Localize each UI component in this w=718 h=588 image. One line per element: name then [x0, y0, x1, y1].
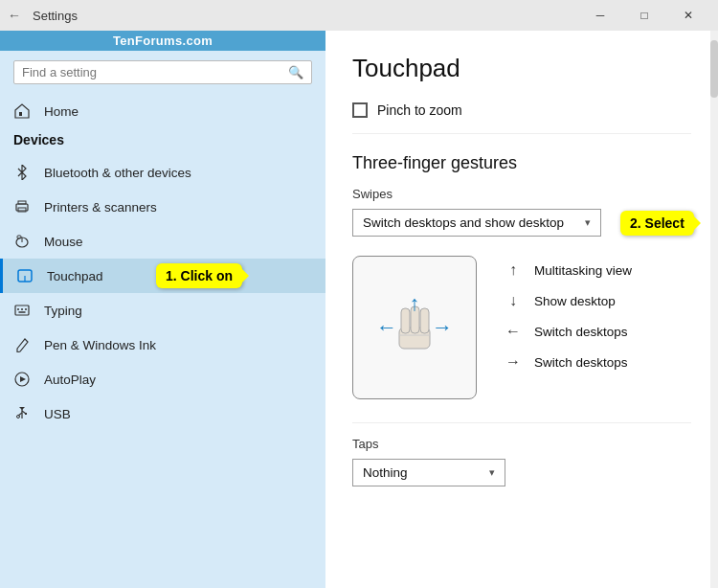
- touchpad-icon: [16, 267, 34, 284]
- window-controls: ─ □ ✕: [578, 0, 710, 31]
- pinch-to-zoom-label: Pinch to zoom: [377, 102, 462, 118]
- sidebar-item-typing[interactable]: Typing: [0, 293, 325, 328]
- watermark: TenForums.com: [0, 31, 325, 51]
- gesture-option-2: ← Switch desktops: [505, 323, 632, 340]
- sidebar-item-mouse[interactable]: Mouse: [0, 224, 325, 259]
- arrow-up-icon: ↑: [410, 291, 420, 316]
- sidebar-item-typing-label: Typing: [44, 304, 82, 318]
- gesture-options-list: ↑ Multitasking view ↓ Show desktop ← Swi…: [505, 256, 632, 371]
- search-icon: 🔍: [288, 65, 303, 79]
- sidebar-item-autoplay[interactable]: AutoPlay: [0, 362, 325, 396]
- home-icon: [13, 102, 31, 120]
- swipes-dropdown-value: Switch desktops and show desktop: [363, 215, 564, 230]
- taps-dropdown-value: Nothing: [363, 465, 408, 480]
- sidebar-item-printers-label: Printers & scanners: [44, 200, 157, 215]
- mouse-icon: [13, 233, 31, 250]
- svg-marker-15: [20, 376, 26, 382]
- svg-point-21: [17, 416, 20, 418]
- sidebar-item-pen[interactable]: Pen & Windows Ink: [0, 328, 325, 362]
- gesture-arrow-left-symbol: ←: [505, 323, 521, 340]
- swipes-dropdown-row: Switch desktops and show desktop ▾ 2. Se…: [352, 209, 691, 237]
- gesture-arrow-up-symbol: ↑: [505, 261, 521, 279]
- autoplay-icon: [13, 371, 31, 388]
- gesture-arrow-right-symbol: →: [505, 353, 521, 371]
- sidebar-section-devices: Devices: [0, 128, 325, 155]
- arrow-right-icon: →: [432, 315, 453, 340]
- callout-select: 2. Select: [620, 211, 694, 236]
- scrollbar-thumb[interactable]: [710, 40, 718, 98]
- gesture-option-2-label: Switch desktops: [534, 325, 628, 339]
- gesture-option-3-label: Switch desktops: [534, 355, 628, 370]
- pinch-to-zoom-row: Pinch to zoom: [352, 102, 691, 118]
- divider-2: [352, 422, 691, 423]
- bluetooth-icon: [13, 164, 31, 181]
- callout-touchpad: 1. Click on: [156, 263, 242, 288]
- swipes-label: Swipes: [352, 187, 691, 201]
- search-box[interactable]: 🔍: [13, 60, 312, 84]
- gesture-option-1-label: Show desktop: [534, 294, 616, 308]
- sidebar-item-printers[interactable]: Printers & scanners: [0, 190, 325, 224]
- usb-icon: [13, 405, 31, 422]
- close-button[interactable]: ✕: [666, 0, 710, 31]
- gesture-option-3: → Switch desktops: [505, 353, 632, 371]
- sidebar-item-mouse-label: Mouse: [44, 235, 83, 249]
- gesture-diagram: ↑ ← →: [352, 256, 477, 399]
- swipes-dropdown[interactable]: Switch desktops and show desktop ▾: [352, 209, 601, 237]
- sidebar-item-home[interactable]: Home: [0, 94, 325, 128]
- pen-icon: [13, 336, 31, 353]
- sidebar-item-home-label: Home: [44, 104, 79, 119]
- gesture-option-0-label: Multitasking view: [534, 263, 632, 278]
- arrow-left-icon: ←: [376, 315, 397, 340]
- gesture-option-1: ↓ Show desktop: [505, 292, 632, 309]
- svg-rect-3: [18, 201, 26, 204]
- sidebar-item-usb[interactable]: USB: [0, 396, 325, 431]
- svg-rect-25: [420, 308, 429, 333]
- sidebar-item-pen-label: Pen & Windows Ink: [44, 338, 156, 352]
- taps-label: Taps: [352, 437, 691, 451]
- gesture-arrow-down-symbol: ↓: [505, 292, 521, 309]
- window-title: Settings: [33, 9, 578, 23]
- taps-dropdown[interactable]: Nothing ▾: [352, 459, 505, 486]
- maximize-button[interactable]: □: [622, 0, 666, 31]
- page-title: Touchpad: [352, 54, 691, 83]
- gesture-option-0: ↑ Multitasking view: [505, 261, 632, 279]
- sidebar-item-autoplay-label: AutoPlay: [44, 373, 96, 387]
- sidebar-item-touchpad-label: Touchpad: [47, 269, 103, 283]
- pinch-to-zoom-checkbox[interactable]: [352, 102, 368, 118]
- divider-1: [352, 133, 691, 134]
- sidebar: TenForums.com 🔍 Home Devices Bluetooth &…: [0, 31, 325, 588]
- dropdown-chevron-icon: ▾: [585, 216, 591, 229]
- gesture-arrows: ↑ ← →: [376, 289, 453, 366]
- back-button[interactable]: ←: [8, 8, 21, 23]
- titlebar: ← Settings ─ □ ✕: [0, 0, 718, 31]
- sidebar-item-bluetooth-label: Bluetooth & other devices: [44, 166, 191, 180]
- window-body: TenForums.com 🔍 Home Devices Bluetooth &…: [0, 31, 718, 588]
- search-input[interactable]: [22, 65, 288, 79]
- printer-icon: [13, 198, 31, 215]
- taps-dropdown-row: Nothing ▾: [352, 459, 691, 486]
- svg-rect-6: [17, 236, 21, 238]
- sidebar-item-usb-label: USB: [44, 407, 71, 421]
- minimize-button[interactable]: ─: [578, 0, 622, 31]
- svg-rect-19: [25, 413, 27, 415]
- svg-rect-0: [19, 112, 22, 116]
- svg-marker-17: [19, 407, 25, 410]
- sidebar-item-bluetooth[interactable]: Bluetooth & other devices: [0, 155, 325, 190]
- gesture-area: ↑ ← →: [352, 256, 691, 399]
- taps-dropdown-chevron-icon: ▾: [489, 466, 495, 479]
- typing-icon: [13, 302, 31, 319]
- sidebar-item-touchpad[interactable]: Touchpad 1. Click on: [0, 259, 325, 293]
- main-content: Touchpad Pinch to zoom Three-finger gest…: [325, 31, 718, 588]
- three-finger-heading: Three-finger gestures: [352, 153, 691, 173]
- scrollbar-track[interactable]: [710, 31, 718, 588]
